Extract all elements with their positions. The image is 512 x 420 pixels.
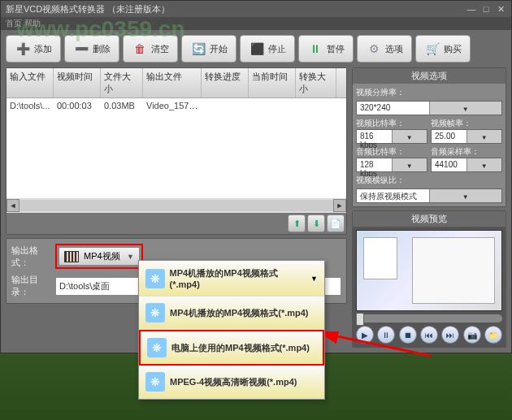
move-up-button[interactable]: ⬆ — [288, 214, 306, 232]
dropdown-item[interactable]: ❋ MP4机播放的MP4视频格式(*.mp4) — [139, 297, 324, 330]
folder-button[interactable]: 📁 — [484, 326, 502, 344]
format-highlight: MP4视频 ▼ — [55, 244, 143, 269]
table-header: 输入文件 视频时间 文件大小 输出文件 转换进度 当前时间 转换大小 — [7, 68, 346, 98]
pause-icon: ⏸ — [307, 41, 323, 57]
format-select[interactable]: MP4视频 ▼ — [59, 247, 140, 266]
format-icon: ❋ — [147, 338, 167, 357]
format-icon: ❋ — [145, 269, 165, 288]
format-label: 输出格式： — [11, 245, 52, 269]
buy-button[interactable]: 🛒购买 — [415, 35, 471, 63]
format-dropdown: ❋ MP4机播放的MP4视频格式(*.mp4) ▼ ❋ MP4机播放的MP4视频… — [138, 260, 325, 400]
titlebar: 新星VCD视频格式转换器 （未注册版本） — □ ✕ — [1, 1, 511, 17]
col-input[interactable]: 输入文件 — [7, 68, 54, 97]
col-progress[interactable]: 转换进度 — [202, 68, 249, 97]
info-button[interactable]: 📄 — [327, 214, 345, 232]
options-button[interactable]: ⚙选项 — [357, 35, 412, 63]
format-icon: ❋ — [145, 372, 165, 392]
file-list-panel: 输入文件 视频时间 文件大小 输出文件 转换进度 当前时间 转换大小 D:\to… — [6, 67, 347, 235]
next-button[interactable]: ⏭ — [441, 326, 459, 344]
trash-icon: 🗑 — [132, 41, 148, 57]
col-duration[interactable]: 视频时间 — [54, 68, 101, 97]
maximize-icon[interactable]: □ — [480, 3, 492, 15]
res-select[interactable]: 320*240▼ — [356, 101, 502, 115]
preview-title: 视频预览 — [353, 211, 505, 227]
menu-bar[interactable]: 首页 帮助 — [1, 17, 511, 30]
stop-icon: ⬛ — [249, 41, 265, 57]
chevron-down-icon: ▼ — [392, 130, 427, 143]
vfps-label: 视频帧率： — [431, 118, 502, 129]
res-label: 视频分辨率： — [356, 87, 502, 98]
aspect-label: 视频横纵比： — [356, 175, 502, 186]
chevron-down-icon: ▼ — [392, 158, 427, 171]
asamp-label: 音频采样率： — [431, 146, 502, 158]
list-actions: ⬆ ⬇ 📄 — [7, 213, 346, 234]
pv-pause-button[interactable]: ⏸ — [377, 326, 395, 344]
delete-button[interactable]: ➖删除 — [64, 35, 119, 63]
settings-title: 视频选项 — [353, 68, 505, 84]
move-down-button[interactable]: ⬇ — [307, 214, 325, 232]
dir-label: 输出目录： — [11, 274, 52, 298]
dropdown-item[interactable]: ❋ MPEG-4视频高清晰视频(*.mp4) — [139, 366, 324, 399]
col-outsize[interactable]: 转换大小 — [296, 68, 336, 97]
chevron-down-icon: ▼ — [127, 253, 134, 261]
asamp-select[interactable]: 44100▼ — [431, 158, 502, 172]
plus-icon: ➕ — [15, 41, 31, 57]
film-icon — [64, 251, 79, 262]
scroll-right-icon[interactable]: ► — [333, 199, 346, 212]
pv-stop-button[interactable]: ⏹ — [399, 326, 417, 344]
format-icon: ❋ — [145, 303, 165, 323]
abit-select[interactable]: 128 kbps▼ — [356, 158, 427, 172]
start-button[interactable]: 🔄开始 — [181, 35, 236, 63]
close-icon[interactable]: ✕ — [495, 3, 506, 15]
col-output[interactable]: 输出文件 — [143, 68, 202, 97]
col-size[interactable]: 文件大小 — [101, 68, 143, 97]
preview-slider[interactable] — [356, 314, 502, 323]
table-row[interactable]: D:\tools\... 00:00:03 0.03MB Video_1578.… — [7, 98, 346, 113]
chevron-down-icon: ▼ — [429, 189, 502, 202]
add-button[interactable]: ➕添加 — [6, 35, 61, 63]
chevron-down-icon: ▼ — [466, 158, 502, 171]
snapshot-button[interactable]: 📷 — [463, 326, 481, 344]
preview-panel: 视频预览 ▶ ⏸ ⏹ ⏮ ⏭ 📷 📁 — [352, 210, 506, 348]
settings-panel: 视频选项 视频分辨率： 320*240▼ 视频比特率： 816 kbps▼ 视频… — [352, 67, 506, 207]
scroll-left-icon[interactable]: ◄ — [7, 199, 20, 212]
dropdown-item-selected[interactable]: ❋ 电脑上使用的MP4视频格式(*.mp4) — [139, 330, 324, 366]
aspect-select[interactable]: 保持原视频模式▼ — [356, 188, 502, 203]
clear-button[interactable]: 🗑清空 — [123, 35, 178, 63]
chevron-down-icon: ▼ — [466, 130, 502, 143]
gear-icon: ⚙ — [366, 41, 382, 57]
prev-button[interactable]: ⏮ — [420, 326, 438, 344]
minimize-icon[interactable]: — — [466, 3, 477, 15]
preview-display — [356, 230, 502, 311]
minus-icon: ➖ — [73, 41, 89, 57]
vbit-select[interactable]: 816 kbps▼ — [356, 129, 427, 144]
refresh-icon: 🔄 — [190, 41, 206, 57]
vfps-select[interactable]: 25.00▼ — [431, 129, 502, 144]
abit-label: 音频比特率： — [356, 146, 427, 158]
chevron-down-icon: ▼ — [310, 275, 318, 283]
play-button[interactable]: ▶ — [356, 326, 374, 344]
chevron-down-icon: ▼ — [429, 102, 502, 115]
h-scrollbar[interactable]: ◄ ► — [7, 198, 346, 213]
pause-button[interactable]: ⏸暂停 — [298, 35, 354, 63]
window-title: 新星VCD视频格式转换器 （未注册版本） — [6, 3, 170, 15]
scroll-track[interactable] — [20, 200, 333, 211]
stop-button[interactable]: ⬛停止 — [240, 35, 295, 63]
file-table[interactable]: 输入文件 视频时间 文件大小 输出文件 转换进度 当前时间 转换大小 D:\to… — [7, 68, 346, 198]
dropdown-item[interactable]: ❋ MP4机播放的MP4视频格式(*.mp4) ▼ — [139, 261, 324, 297]
toolbar: ➕添加 ➖删除 🗑清空 🔄开始 ⬛停止 ⏸暂停 ⚙选项 🛒购买 — [1, 30, 511, 67]
cart-icon: 🛒 — [424, 41, 440, 57]
vbit-label: 视频比特率： — [356, 118, 427, 129]
col-time[interactable]: 当前时间 — [249, 68, 296, 97]
